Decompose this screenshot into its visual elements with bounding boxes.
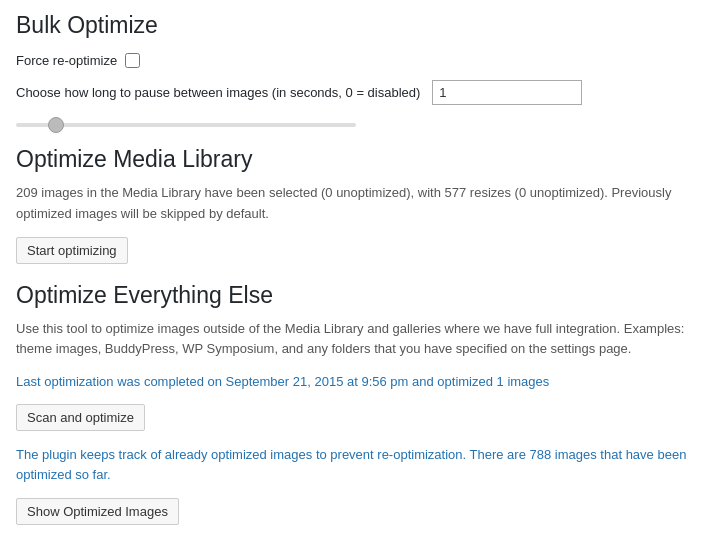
last-optimization-text: Last optimization was completed on Septe… xyxy=(16,372,688,392)
media-library-description: 209 images in the Media Library have bee… xyxy=(16,183,688,225)
page-title: Bulk Optimize xyxy=(16,12,688,39)
force-reoptimize-row: Force re-optimize xyxy=(16,53,688,68)
start-optimizing-button[interactable]: Start optimizing xyxy=(16,237,128,264)
scan-and-optimize-button[interactable]: Scan and optimize xyxy=(16,404,145,431)
media-library-section: Optimize Media Library 209 images in the… xyxy=(16,146,688,278)
pause-input[interactable] xyxy=(432,80,582,105)
optimize-everything-description: Use this tool to optimize images outside… xyxy=(16,319,688,361)
optimize-everything-section: Optimize Everything Else Use this tool t… xyxy=(16,282,688,540)
pause-slider[interactable] xyxy=(16,123,356,127)
optimize-everything-title: Optimize Everything Else xyxy=(16,282,688,309)
pause-label: Choose how long to pause between images … xyxy=(16,85,420,100)
pause-row: Choose how long to pause between images … xyxy=(16,80,688,105)
slider-container xyxy=(16,115,688,130)
plugin-info-text: The plugin keeps track of already optimi… xyxy=(16,445,688,487)
media-library-title: Optimize Media Library xyxy=(16,146,688,173)
force-reoptimize-checkbox[interactable] xyxy=(125,53,140,68)
force-reoptimize-label: Force re-optimize xyxy=(16,53,117,68)
page-container: Bulk Optimize Force re-optimize Choose h… xyxy=(0,0,704,540)
show-optimized-images-button[interactable]: Show Optimized Images xyxy=(16,498,179,525)
